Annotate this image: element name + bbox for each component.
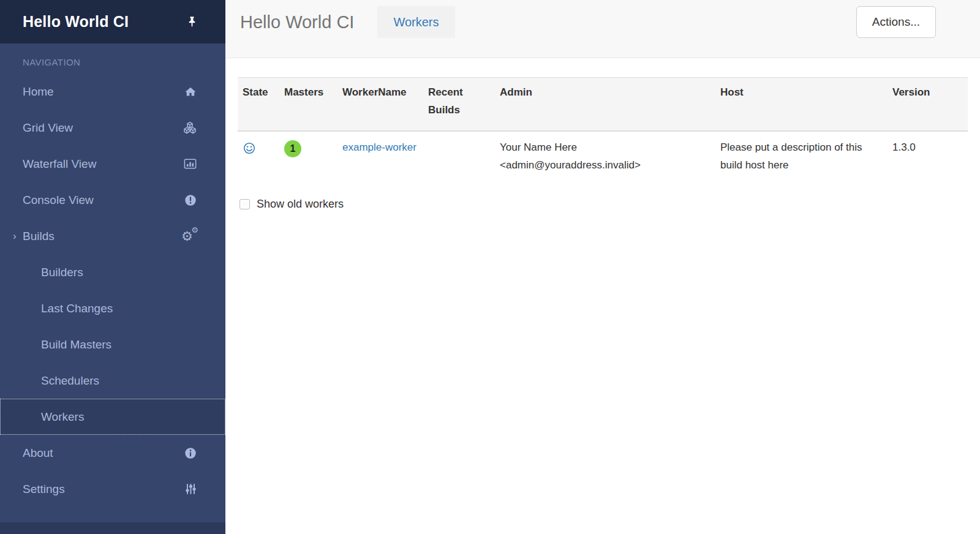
exclamation-circle-icon: [184, 194, 197, 207]
worker-masters-cell: 1: [279, 131, 337, 182]
sliders-icon: [184, 483, 197, 495]
sidebar-item-builders[interactable]: Builders: [0, 254, 225, 290]
sidebar-item-label: Builds: [23, 230, 181, 243]
worker-admin-cell: Your Name Here <admin@youraddress.invali…: [495, 131, 715, 182]
bar-chart-icon: [183, 157, 197, 171]
sidebar-item-schedulers[interactable]: Schedulers: [0, 363, 225, 399]
sidebar-item-label: Schedulers: [41, 374, 197, 388]
sidebar-item-label: Grid View: [23, 121, 183, 135]
smiley-idle-icon: [243, 141, 256, 155]
sidebar-item-label: Settings: [23, 483, 184, 496]
chevron-right-icon: ›: [13, 231, 23, 241]
sidebar-item-about[interactable]: About: [0, 435, 225, 471]
tab-workers[interactable]: Workers: [377, 6, 454, 38]
app-title: Hello World CI: [23, 13, 129, 31]
sidebar-header: Hello World CI: [0, 0, 225, 43]
column-header-masters: Masters: [279, 78, 337, 131]
sidebar-item-label: Home: [23, 85, 184, 99]
sidebar-item-waterfall-view[interactable]: Waterfall View: [0, 146, 225, 182]
info-circle-icon: [184, 446, 197, 460]
sidebar-item-label: Builders: [41, 266, 197, 279]
sidebar-item-label: Build Masters: [41, 338, 197, 352]
sidebar-item-workers[interactable]: Workers: [0, 399, 225, 435]
column-header-version: Version: [888, 78, 968, 131]
sidebar-item-home[interactable]: Home: [0, 73, 225, 110]
home-icon: [184, 85, 197, 99]
table-row: 1 example-worker Your Name Here <admin@y…: [238, 131, 968, 182]
sidebar-item-settings[interactable]: Settings: [0, 471, 225, 507]
sidebar-nav: NAVIGATION Home Grid View Waterfall View: [0, 43, 225, 522]
worker-host-cell: Please put a description of this build h…: [715, 131, 888, 182]
sidebar-item-grid-view[interactable]: Grid View: [0, 110, 225, 146]
workers-content: State Masters WorkerName Recent Builds A…: [225, 58, 980, 211]
sidebar-item-build-masters[interactable]: Build Masters: [0, 326, 225, 363]
column-header-state: State: [238, 78, 279, 131]
sidebar-item-last-changes[interactable]: Last Changes: [0, 290, 225, 326]
gears-icon: ⚙⚙: [181, 228, 197, 244]
nav-section-label: NAVIGATION: [0, 43, 225, 73]
sidebar-item-label: Waterfall View: [23, 157, 183, 171]
main-area: Hello World CI Workers Actions... State …: [225, 0, 980, 534]
column-header-workername: WorkerName: [337, 78, 423, 131]
pin-icon[interactable]: [186, 15, 198, 28]
sidebar-item-label: Workers: [41, 410, 197, 424]
show-old-workers-label: Show old workers: [257, 198, 344, 211]
show-old-workers-checkbox[interactable]: [239, 199, 250, 209]
table-header-row: State Masters WorkerName Recent Builds A…: [238, 78, 968, 131]
worker-version-cell: 1.3.0: [888, 131, 968, 182]
sidebar-item-console-view[interactable]: Console View: [0, 182, 225, 218]
cubes-icon: [183, 121, 197, 135]
sidebar-item-label: Last Changes: [41, 302, 197, 315]
sidebar: Hello World CI NAVIGATION Home Grid View: [0, 0, 225, 534]
actions-button[interactable]: Actions...: [856, 6, 936, 38]
workers-table: State Masters WorkerName Recent Builds A…: [238, 77, 968, 182]
worker-state-cell: [238, 131, 279, 182]
sidebar-item-builds[interactable]: › Builds ⚙⚙: [0, 218, 225, 254]
show-old-workers-control: Show old workers: [239, 198, 968, 211]
worker-recent-builds-cell: [423, 131, 495, 182]
worker-name-link[interactable]: example-worker: [342, 141, 417, 153]
topbar: Hello World CI Workers Actions...: [225, 0, 980, 58]
masters-count-badge: 1: [284, 140, 301, 157]
worker-name-cell: example-worker: [337, 131, 423, 182]
page-title: Hello World CI: [240, 6, 354, 38]
column-header-admin: Admin: [495, 78, 715, 131]
column-header-recent-builds: Recent Builds: [423, 78, 495, 131]
sidebar-item-label: Console View: [23, 194, 184, 207]
sidebar-item-label: About: [23, 446, 184, 460]
column-header-host: Host: [715, 78, 888, 131]
